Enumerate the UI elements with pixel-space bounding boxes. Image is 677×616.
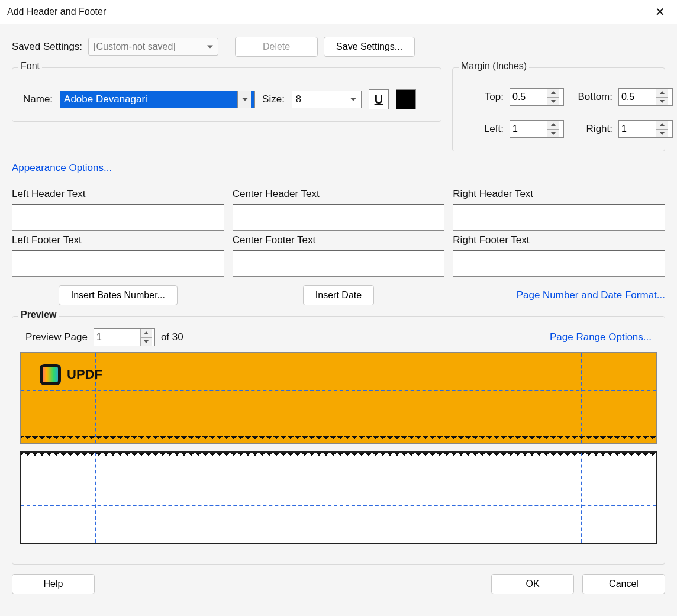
font-size-value: 8 — [296, 94, 301, 105]
delete-button[interactable]: Delete — [235, 37, 318, 57]
updf-logo-text: UPDF — [67, 367, 102, 382]
margin-guide-icon — [581, 453, 582, 543]
document-logo: UPDF — [40, 364, 102, 385]
preview-page-spinner[interactable] — [94, 328, 155, 346]
margin-guide-icon — [21, 505, 656, 506]
spinner-down-icon[interactable] — [547, 129, 559, 138]
margin-top-input[interactable] — [510, 89, 547, 105]
saved-settings-label: Saved Settings: — [12, 41, 82, 53]
saved-settings-row: Saved Settings: [Custom-not saved] Delet… — [12, 37, 665, 57]
center-header-input[interactable] — [233, 204, 445, 231]
page-range-options-link[interactable]: Page Range Options... — [550, 331, 652, 343]
page-number-format-link[interactable]: Page Number and Date Format... — [517, 289, 665, 301]
insert-bates-button[interactable]: Insert Bates Number... — [59, 285, 178, 305]
spinner-up-icon[interactable] — [656, 121, 668, 129]
margin-left-input[interactable] — [510, 121, 547, 137]
font-name-label: Name: — [23, 93, 53, 105]
preview-of-label: of 30 — [161, 331, 183, 343]
margin-right-spinner[interactable] — [618, 120, 673, 138]
spinner-down-icon[interactable] — [547, 97, 559, 106]
spinner-up-icon[interactable] — [547, 89, 559, 97]
right-header-label: Right Header Text — [453, 188, 665, 200]
margin-guide-icon — [21, 390, 656, 391]
font-size-select[interactable]: 8 — [292, 91, 362, 108]
appearance-options-link[interactable]: Appearance Options... — [12, 162, 112, 174]
saved-settings-value: [Custom-not saved] — [94, 41, 176, 52]
center-header-label: Center Header Text — [233, 188, 445, 200]
save-settings-button[interactable]: Save Settings... — [324, 37, 415, 57]
font-color-swatch[interactable] — [396, 89, 416, 109]
cancel-button[interactable]: Cancel — [582, 574, 665, 594]
margin-left-label: Left: — [465, 123, 506, 135]
margin-bottom-spinner[interactable] — [618, 88, 673, 106]
tear-edge-icon — [21, 453, 656, 460]
center-footer-input[interactable] — [233, 250, 445, 277]
updf-logo-icon — [40, 364, 61, 385]
underline-icon: U — [375, 93, 383, 107]
close-icon[interactable]: ✕ — [652, 4, 669, 20]
spinner-up-icon[interactable] — [547, 121, 559, 129]
spinner-down-icon[interactable] — [656, 129, 668, 138]
left-header-label: Left Header Text — [12, 188, 224, 200]
font-size-label: Size: — [262, 93, 285, 105]
insert-date-button[interactable]: Insert Date — [303, 285, 374, 305]
font-name-value: Adobe Devanagari — [64, 93, 147, 105]
chevron-down-icon — [242, 98, 248, 101]
saved-settings-select[interactable]: [Custom-not saved] — [88, 38, 218, 56]
margin-guide-icon — [581, 353, 582, 443]
preview-header-area: UPDF — [20, 352, 657, 444]
help-button[interactable]: Help — [12, 574, 95, 594]
margin-guide-icon — [95, 453, 96, 543]
margin-right-label: Right: — [568, 123, 615, 135]
preview-group: Preview Preview Page of 30 Page Range Op… — [12, 316, 665, 565]
margin-group: Margin (Inches) Top: Bottom: Left: Right… — [452, 67, 665, 151]
right-footer-input[interactable] — [453, 250, 665, 277]
center-footer-label: Center Footer Text — [233, 234, 445, 246]
underline-button[interactable]: U — [369, 89, 389, 109]
tear-edge-icon — [21, 436, 656, 443]
ok-button[interactable]: OK — [491, 574, 574, 594]
font-legend: Font — [18, 61, 42, 72]
margin-top-spinner[interactable] — [510, 88, 564, 106]
margin-bottom-label: Bottom: — [568, 91, 615, 103]
spinner-down-icon[interactable] — [656, 97, 668, 106]
margin-right-input[interactable] — [619, 121, 656, 137]
font-group: Font Name: Adobe Devanagari Size: 8 U — [12, 67, 441, 122]
right-header-input[interactable] — [453, 204, 665, 231]
preview-legend: Preview — [18, 309, 59, 320]
spinner-down-icon[interactable] — [141, 337, 152, 346]
preview-page-input[interactable] — [94, 329, 140, 346]
margin-legend: Margin (Inches) — [459, 61, 529, 72]
preview-footer-area — [20, 451, 657, 544]
margin-bottom-input[interactable] — [619, 89, 656, 105]
title-bar: Add Header and Footer ✕ — [0, 0, 677, 24]
left-footer-input[interactable] — [12, 250, 224, 277]
right-footer-label: Right Footer Text — [453, 234, 665, 246]
spinner-up-icon[interactable] — [656, 89, 668, 97]
dialog-title: Add Header and Footer — [7, 7, 106, 17]
left-footer-label: Left Footer Text — [12, 234, 224, 246]
spinner-up-icon[interactable] — [141, 329, 152, 337]
left-header-input[interactable] — [12, 204, 224, 231]
font-name-select[interactable]: Adobe Devanagari — [60, 91, 255, 108]
preview-page-label: Preview Page — [25, 331, 88, 343]
margin-left-spinner[interactable] — [510, 120, 564, 138]
margin-top-label: Top: — [465, 91, 506, 103]
